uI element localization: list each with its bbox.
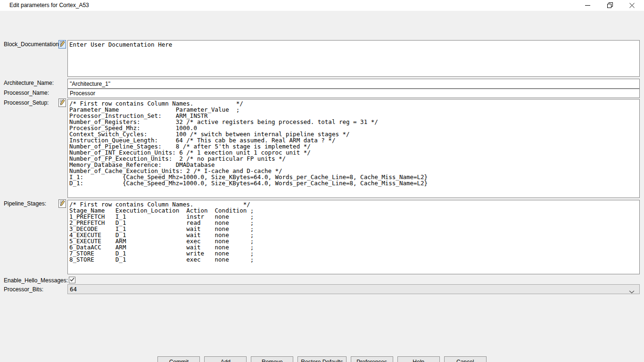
close-button[interactable]: [621, 0, 643, 11]
dialog-button-row: Commit Add Remove Restore Defaults Prefe…: [0, 356, 644, 362]
edit-pencil-icon: [59, 40, 66, 49]
preferences-button[interactable]: Preferences: [351, 356, 393, 362]
cancel-button[interactable]: Cancel: [444, 356, 487, 362]
chevron-down-icon: [629, 288, 635, 295]
add-button[interactable]: Add: [204, 356, 247, 362]
processor-name-label: Processor_Name:: [4, 90, 49, 96]
block-documentation-label: Block_Documentation:: [4, 41, 60, 48]
help-button[interactable]: Help: [397, 356, 440, 362]
window-title: Edit parameters for Cortex_A53: [9, 0, 89, 11]
edit-parameters-dialog: Block_Documentation: Enter User Document…: [0, 11, 644, 362]
processor-bits-dropdown[interactable]: 64: [67, 284, 640, 294]
pipeline-stages-label: Pipeline_Stages:: [4, 200, 46, 207]
minimize-button[interactable]: [577, 0, 599, 11]
processor-setup-textarea[interactable]: /* First row contains Column Names. */ P…: [67, 99, 640, 198]
processor-bits-label: Processor_Bits:: [4, 286, 43, 293]
checkmark-icon: [69, 276, 75, 284]
enable-hello-messages-label: Enable_Hello_Messages:: [4, 277, 68, 284]
restore-defaults-button[interactable]: Restore Defaults: [297, 356, 346, 362]
processor-name-input[interactable]: [67, 89, 640, 98]
edit-pencil-icon: [59, 199, 66, 208]
edit-pencil-icon: [59, 99, 66, 107]
processor-setup-label: Processor_Setup:: [4, 99, 49, 106]
remove-button[interactable]: Remove: [251, 356, 293, 362]
restore-icon: [607, 1, 613, 10]
pipeline-stages-expand-button[interactable]: [58, 199, 66, 208]
enable-hello-messages-checkbox[interactable]: [69, 277, 75, 283]
processor-setup-expand-button[interactable]: [58, 99, 66, 107]
title-bar: Edit parameters for Cortex_A53: [0, 0, 644, 11]
window-controls: [577, 0, 643, 11]
architecture-name-label: Architecture_Name:: [4, 80, 54, 86]
block-documentation-textarea[interactable]: Enter User Documentation Here: [67, 40, 640, 77]
block-documentation-expand-button[interactable]: [58, 40, 66, 49]
minimize-icon: [585, 1, 590, 10]
architecture-name-input[interactable]: [67, 79, 640, 89]
processor-bits-value: 64: [70, 286, 77, 293]
commit-button[interactable]: Commit: [157, 356, 200, 362]
restore-button[interactable]: [599, 0, 621, 11]
close-icon: [629, 1, 635, 10]
pipeline-stages-textarea[interactable]: /* First row contains Column Names. */ S…: [67, 200, 640, 274]
